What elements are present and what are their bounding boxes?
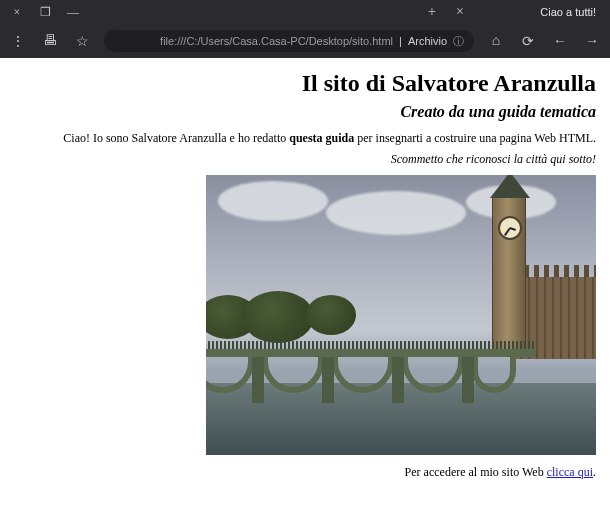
bookmark-star-icon[interactable]: ☆ [72, 31, 92, 51]
window-restore-button[interactable]: ❐ [36, 3, 54, 21]
menu-icon[interactable]: ⋮ [8, 31, 28, 51]
intro-paragraph: Ciao! Io sono Salvatore Aranzulla e ho r… [14, 131, 596, 146]
page-heading-2: Creato da una guida tematica [14, 103, 596, 121]
footer-text-pre: Per accedere al mio sito Web [405, 465, 547, 479]
london-image [206, 175, 596, 455]
window-close-button[interactable]: × [8, 3, 26, 21]
close-tab-button[interactable]: × [450, 2, 470, 22]
back-icon[interactable]: → [582, 31, 602, 51]
page-heading-1: Il sito di Salvatore Aranzulla [14, 70, 596, 97]
address-bar[interactable]: file:///C:/Users/Casa.Casa-PC/Desktop/si… [104, 30, 474, 52]
forward-icon[interactable]: ← [550, 31, 570, 51]
footer-paragraph: Per accedere al mio sito Web clicca qui. [14, 465, 596, 480]
tab-title[interactable]: Ciao a tutti! [540, 6, 596, 18]
image-container [14, 175, 596, 455]
intro-text-pre: Ciao! Io sono Salvatore Aranzulla e ho r… [63, 131, 289, 145]
page-content: Il sito di Salvatore Aranzulla Creato da… [0, 58, 610, 498]
new-tab-button[interactable]: + [422, 2, 442, 22]
intro-text-bold: questa guida [289, 131, 354, 145]
intro-text-post: per insegnarti a costruire una pagina We… [354, 131, 596, 145]
reload-icon[interactable]: ⟳ [518, 31, 538, 51]
big-ben-tower-shape [492, 197, 526, 357]
window-minimize-button[interactable]: — [64, 3, 82, 21]
address-path: file:///C:/Users/Casa.Casa-PC/Desktop/si… [160, 35, 393, 47]
window-titlebar: × ❐ — + × Ciao a tutti! [0, 0, 610, 24]
footer-link[interactable]: clicca qui [547, 465, 593, 479]
bridge-shape [206, 341, 536, 393]
site-info-icon[interactable]: ⓘ [453, 34, 464, 49]
browser-toolbar: ⋮ 🖶 ☆ file:///C:/Users/Casa.Casa-PC/Desk… [0, 24, 610, 58]
print-icon[interactable]: 🖶 [40, 31, 60, 51]
home-icon[interactable]: ⌂ [486, 31, 506, 51]
clock-face-shape [498, 216, 522, 240]
address-prefix: Archivio [408, 35, 447, 47]
italic-paragraph: Scommetto che riconosci la città qui sot… [14, 152, 596, 167]
footer-text-post: . [593, 465, 596, 479]
address-separator: | [399, 35, 402, 47]
